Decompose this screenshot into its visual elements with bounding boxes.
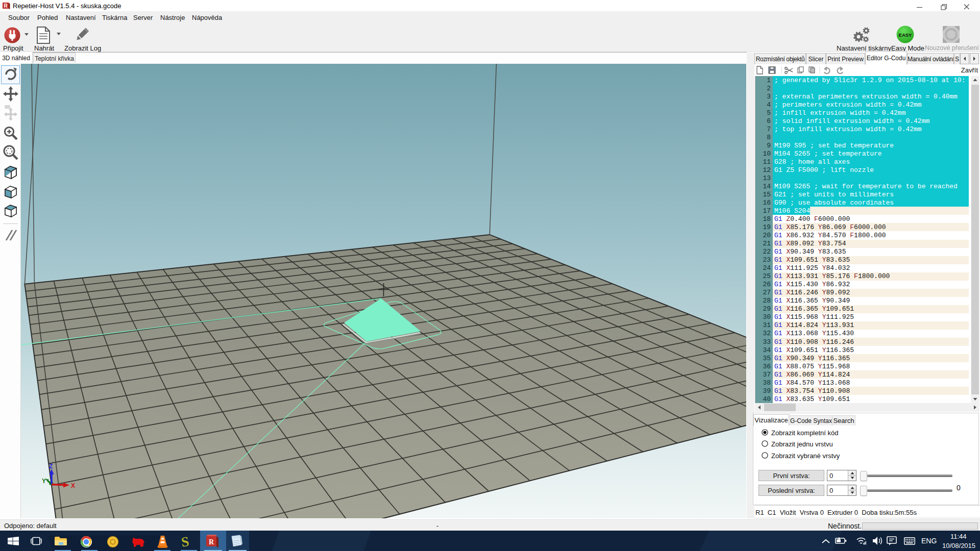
- svg-text:Y: Y: [42, 478, 46, 485]
- svg-text:R: R: [209, 538, 214, 546]
- svg-text:EASY: EASY: [899, 32, 913, 38]
- svg-text:R: R: [4, 3, 8, 9]
- svg-text:Z: Z: [49, 463, 53, 470]
- svg-text:X: X: [71, 482, 75, 489]
